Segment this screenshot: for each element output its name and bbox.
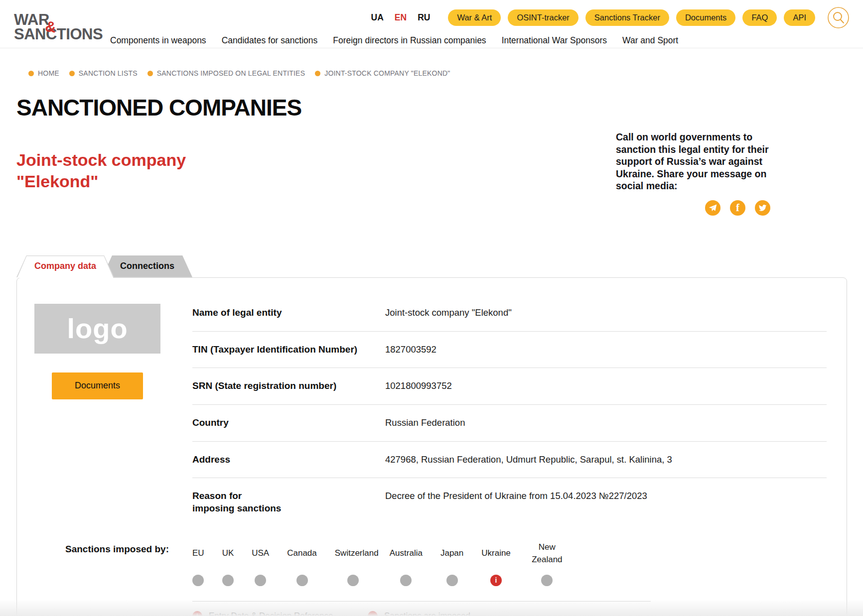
field-label: Name of legal entity	[192, 307, 374, 319]
header-right: UA EN RU War & Art OSINT-tracker Sanctio…	[103, 5, 850, 46]
field-label: SRN (State registration number)	[192, 380, 374, 392]
page-title: SANCTIONED COMPANIES	[16, 94, 863, 121]
legend-item-imposed: Sanctions are imposed	[368, 611, 651, 616]
language-switcher: UA EN RU	[371, 12, 431, 23]
field-value: Decree of the President of Ukraine from …	[385, 490, 647, 514]
country-japan: Japan	[440, 540, 463, 586]
sanction-status-dot	[446, 575, 458, 586]
pill-war-and-art[interactable]: War & Art	[448, 9, 501, 26]
table-row: Country Russian Federation	[192, 405, 827, 442]
breadcrumb-home[interactable]: HOME	[28, 69, 59, 77]
field-label: Address	[192, 454, 374, 466]
country-australia: Australia	[390, 540, 423, 586]
breadcrumb-dot-icon	[147, 71, 153, 76]
pill-api[interactable]: API	[784, 9, 815, 26]
country-usa: USA	[252, 540, 269, 586]
sanction-status-dot	[400, 575, 412, 586]
nav-foreign-directors[interactable]: Foreign directors in Russian companies	[333, 35, 486, 46]
country-ukraine: Ukraine	[481, 540, 511, 586]
sanctions-imposed-section: Sanctions imposed by: EU UK USA	[34, 540, 827, 586]
header-top-row: UA EN RU War & Art OSINT-tracker Sanctio…	[103, 6, 850, 29]
sanction-status-dot	[347, 575, 359, 586]
tabs: Company data Connections	[16, 255, 863, 277]
legend-item-entry-date: Entry Date & Decision Reference	[192, 611, 368, 616]
breadcrumb-dot-icon	[69, 71, 75, 76]
field-label: Reason for imposing sanctions	[192, 490, 374, 514]
field-value: 1021800993752	[385, 380, 452, 392]
company-data-table: Name of legal entity Joint-stock company…	[192, 304, 827, 527]
nav-candidates-for-sanctions[interactable]: Candidates for sanctions	[222, 35, 318, 46]
table-row: TIN (Taxpayer Identification Number) 182…	[192, 332, 827, 369]
country-switzerland: Switzerland	[335, 540, 372, 586]
twitter-icon[interactable]	[755, 200, 770, 216]
field-value: 427968, Russian Federation, Udmurt Repub…	[385, 454, 672, 466]
pill-documents[interactable]: Documents	[676, 9, 735, 26]
sanctions-legend: Entry Date & Decision Reference Sanction…	[192, 601, 651, 616]
sanctions-imposed-label: Sanctions imposed by:	[65, 540, 192, 586]
sanction-status-dot	[541, 575, 553, 586]
sanction-status-dot	[222, 575, 234, 586]
facebook-icon[interactable]: f	[730, 200, 745, 216]
tab-company-data[interactable]: Company data	[16, 255, 114, 277]
search-icon[interactable]	[827, 6, 850, 29]
sanction-status-dot	[255, 575, 266, 586]
nav-international-war-sponsors[interactable]: International War Sponsors	[502, 35, 607, 46]
company-logo-placeholder: logo	[34, 304, 160, 354]
pill-faq[interactable]: FAQ	[742, 9, 777, 26]
sanctions-countries: EU UK USA Canada	[192, 540, 566, 586]
logo-line2: SANCTIONS	[14, 27, 103, 42]
tab-connections[interactable]: Connections	[102, 255, 192, 277]
breadcrumb-legal-entities[interactable]: SANCTIONS IMPOSED ON LEGAL ENTITIES	[147, 69, 305, 77]
country-uk: UK	[222, 540, 234, 586]
header: WAR & SANCTIONS UA EN RU War & Art OSINT…	[0, 0, 863, 48]
documents-button[interactable]: Documents	[52, 372, 143, 399]
table-row: Reason for imposing sanctions Decree of …	[192, 478, 827, 526]
breadcrumb-sanction-lists[interactable]: SANCTION LISTS	[69, 69, 138, 77]
country-new-zealand: New Zealand	[529, 540, 566, 586]
legend-info-dot-icon	[192, 611, 202, 616]
nav-war-and-sport[interactable]: War and Sport	[622, 35, 678, 46]
field-value: Joint-stock company "Elekond"	[385, 307, 512, 319]
sanction-status-dot	[192, 575, 204, 586]
main-nav: Components in weapons Candidates for san…	[103, 35, 850, 46]
share-call-to-action: Call on world governments to sanction th…	[616, 131, 770, 192]
company-row: Joint-stock company "Elekond" Call on wo…	[0, 131, 863, 216]
field-label: Country	[192, 417, 374, 429]
share-icons: f	[616, 200, 770, 216]
field-value: Russian Federation	[385, 417, 465, 429]
company-data-card: logo Documents Name of legal entity Join…	[16, 277, 847, 616]
lang-ru[interactable]: RU	[418, 12, 430, 23]
company-name: Joint-stock company "Elekond"	[16, 131, 186, 192]
breadcrumb-dot-icon	[28, 71, 34, 76]
breadcrumb-dot-icon	[315, 71, 320, 76]
pill-sanctions-tracker[interactable]: Sanctions Tracker	[585, 9, 669, 26]
field-value: 1827003592	[385, 344, 436, 356]
sanction-info-dot[interactable]	[490, 575, 502, 586]
lang-ua[interactable]: UA	[371, 12, 384, 23]
country-eu: EU	[192, 540, 204, 586]
lang-en[interactable]: EN	[395, 12, 407, 23]
breadcrumb: HOME SANCTION LISTS SANCTIONS IMPOSED ON…	[0, 48, 863, 77]
table-row: Name of legal entity Joint-stock company…	[192, 304, 827, 332]
telegram-icon[interactable]	[705, 200, 720, 216]
breadcrumb-current-company: JOINT-STOCK COMPANY "ELEKOND"	[315, 69, 450, 77]
card-left-column: logo Documents	[34, 304, 160, 527]
sanction-status-dot	[296, 575, 308, 586]
page: WAR & SANCTIONS UA EN RU War & Art OSINT…	[0, 0, 863, 616]
nav-components-in-weapons[interactable]: Components in weapons	[110, 35, 206, 46]
pill-osint-tracker[interactable]: OSINT-tracker	[508, 9, 578, 26]
country-canada: Canada	[287, 540, 317, 586]
table-row: SRN (State registration number) 10218009…	[192, 368, 827, 405]
table-row: Address 427968, Russian Federation, Udmu…	[192, 442, 827, 479]
site-logo[interactable]: WAR & SANCTIONS	[14, 13, 103, 42]
legend-imposed-dot-icon	[368, 611, 378, 616]
share-block: Call on world governments to sanction th…	[616, 131, 770, 216]
field-label: TIN (Taxpayer Identification Number)	[192, 344, 374, 356]
